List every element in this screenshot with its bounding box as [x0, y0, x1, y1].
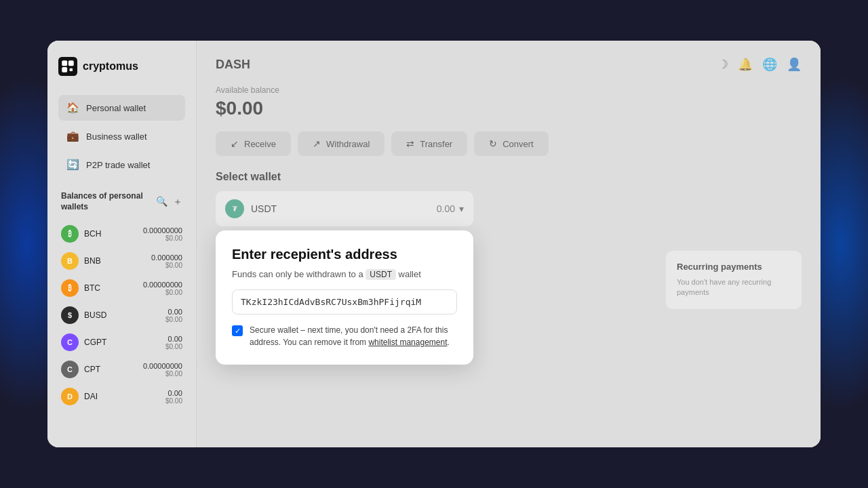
coin-icon-cpt: C [61, 361, 79, 378]
add-wallet-icon[interactable]: ＋ [173, 196, 182, 208]
p2p-icon: 🔄 [66, 159, 79, 171]
home-icon: 🏠 [66, 102, 79, 114]
modal-overlay: Enter recepient's address Funds can only… [197, 41, 821, 447]
coin-name-bch: BCH [84, 229, 143, 239]
secure-wallet-row: ✓ Secure wallet – next time, you don't n… [232, 324, 457, 348]
coin-name-bnb: BNB [84, 256, 151, 266]
modal-desc-prefix: Funds can only be withdrawn to a [232, 269, 363, 279]
coin-balance-dai: 0.00 $0.00 [165, 389, 182, 405]
whitelist-management-link[interactable]: whitelist management [368, 338, 447, 347]
coin-usd-bnb: $0.00 [151, 262, 182, 269]
coin-amount-bnb: 0.000000 [151, 253, 182, 262]
balances-section-title: Balances of personal wallets [61, 191, 156, 212]
sidebar-item-p2p-wallet[interactable]: 🔄 P2P trade wallet [58, 152, 185, 178]
wallet-item-busd[interactable]: $ BUSD 0.00 $0.00 [58, 302, 185, 329]
svg-rect-2 [68, 60, 74, 66]
coin-name-cgpt: CGPT [84, 338, 165, 347]
sidebar-item-personal-wallet-label: Personal wallet [86, 103, 146, 113]
modal-dialog: Enter recepient's address Funds can only… [216, 230, 473, 365]
coin-balance-btc: 0.00000000 $0.00 [143, 281, 182, 296]
coin-icon-bnb: B [61, 252, 79, 270]
checkbox-text-end: . [448, 338, 450, 347]
coin-usd-btc: $0.00 [143, 289, 182, 296]
coin-usd-dai: $0.00 [165, 397, 182, 405]
modal-title: Enter recepient's address [232, 247, 457, 262]
recipient-address-input[interactable] [232, 289, 457, 314]
wallet-item-dai[interactable]: D DAI 0.00 $0.00 [58, 383, 185, 410]
coin-usd-bch: $0.00 [143, 235, 182, 242]
coin-amount-cpt: 0.00000000 [143, 362, 182, 370]
checkmark-icon: ✓ [235, 327, 241, 336]
wallet-item-bch[interactable]: ₿ BCH 0.00000000 $0.00 [58, 220, 185, 247]
coin-icon-cgpt: C [61, 333, 79, 351]
wallet-list: ₿ BCH 0.00000000 $0.00 B BNB 0.000000 $0… [58, 220, 185, 410]
svg-rect-0 [58, 57, 77, 76]
coin-name-busd: BUSD [84, 310, 165, 320]
logo-icon [58, 57, 77, 76]
coin-amount-bch: 0.00000000 [143, 226, 182, 235]
currency-badge: USDT [366, 269, 396, 280]
coin-balance-bnb: 0.000000 $0.00 [151, 253, 182, 269]
svg-rect-1 [62, 60, 67, 66]
logo-text: cryptomus [83, 60, 138, 73]
balances-section-header: Balances of personal wallets 🔍 ＋ [61, 191, 182, 212]
app-container: cryptomus 🏠 Personal wallet 💼 Business w… [47, 41, 821, 447]
modal-desc-suffix-text: wallet [399, 269, 421, 279]
coin-balance-bch: 0.00000000 $0.00 [143, 226, 182, 242]
main-content: DASH ☽ 🔔 🌐 👤 Available balance $0.00 ↙ R… [197, 41, 821, 447]
sidebar-item-personal-wallet[interactable]: 🏠 Personal wallet [58, 95, 185, 121]
coin-balance-busd: 0.00 $0.00 [165, 308, 182, 323]
logo: cryptomus [58, 57, 185, 76]
coin-name-dai: DAI [84, 392, 165, 401]
coin-icon-dai: D [61, 388, 79, 405]
secure-wallet-checkbox[interactable]: ✓ [232, 325, 243, 336]
business-icon: 💼 [66, 130, 79, 142]
coin-name-cpt: CPT [84, 365, 143, 374]
sidebar-item-p2p-label: P2P trade wallet [86, 160, 150, 170]
coin-amount-btc: 0.00000000 [143, 281, 182, 289]
sidebar-item-business-wallet[interactable]: 💼 Business wallet [58, 123, 185, 149]
coin-balance-cgpt: 0.00 $0.00 [165, 335, 182, 350]
svg-rect-3 [62, 67, 67, 73]
modal-description: Funds can only be withdrawn to a USDT wa… [232, 269, 457, 280]
coin-icon-btc: ₿ [61, 279, 79, 297]
sidebar: cryptomus 🏠 Personal wallet 💼 Business w… [47, 41, 197, 447]
coin-name-btc: BTC [84, 283, 143, 293]
section-action-icons: 🔍 ＋ [156, 196, 182, 208]
wallet-item-btc[interactable]: ₿ BTC 0.00000000 $0.00 [58, 274, 185, 302]
coin-amount-dai: 0.00 [165, 389, 182, 397]
coin-balance-cpt: 0.00000000 $0.00 [143, 362, 182, 378]
checkbox-label: Secure wallet – next time, you don't nee… [250, 324, 457, 348]
coin-amount-busd: 0.00 [165, 308, 182, 316]
svg-rect-4 [70, 68, 73, 71]
wallet-item-bnb[interactable]: B BNB 0.000000 $0.00 [58, 247, 185, 274]
coin-usd-cpt: $0.00 [143, 370, 182, 378]
search-icon[interactable]: 🔍 [156, 196, 167, 208]
coin-icon-busd: $ [61, 306, 79, 324]
coin-amount-cgpt: 0.00 [165, 335, 182, 343]
sidebar-item-business-wallet-label: Business wallet [86, 131, 147, 142]
coin-usd-cgpt: $0.00 [165, 343, 182, 350]
coin-icon-bch: ₿ [61, 225, 79, 243]
wallet-item-cpt[interactable]: C CPT 0.00000000 $0.00 [58, 356, 185, 383]
coin-usd-busd: $0.00 [165, 316, 182, 323]
wallet-item-cgpt[interactable]: C CGPT 0.00 $0.00 [58, 329, 185, 356]
